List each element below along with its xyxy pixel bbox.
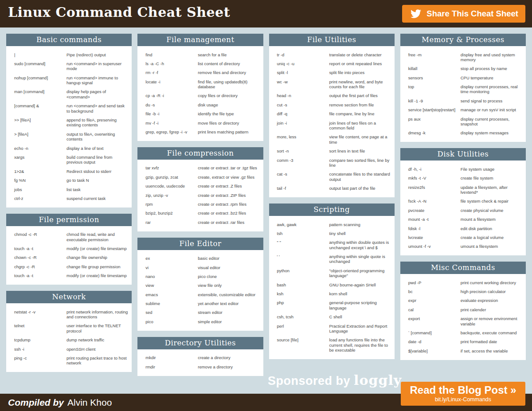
command-name: ps aux [408,117,461,127]
command-row: du -sdisk usage [145,100,259,109]
command-name: touch -a -t [14,273,66,278]
command-row: dmesg -kdisplay system messages [408,129,522,137]
section-body: tr -dtranslate or delete characteruniq -… [269,46,395,197]
column-4: Memory & Processesfree -mdisplay free an… [400,34,526,360]
command-name: xargs [14,155,66,165]
command-row: ssh -iopenSSH client [14,344,128,353]
command-name: umount -f -v [408,244,461,249]
section-body: tar xvfzcreate or extract .tar or .tgz f… [137,160,263,231]
command-description: if set, access the variable [461,348,522,353]
command-row: fg %Ngo to task N [14,176,128,185]
command-name: 1>2& [14,169,66,174]
command-row: telnetuser interface to the TELNET proto… [14,321,128,336]
command-description: File system usage [461,167,522,172]
command-row: perlPractical Extraction and Report Lang… [277,321,391,336]
command-row: tr -dtranslate or delete character [277,50,391,59]
command-name: rmdir [145,364,198,369]
command-description: display help pages of <command> [66,89,128,99]
command-row: nohup [command]run <command> immune to h… [14,73,128,87]
command-name: fdisk -l [408,226,461,231]
command-description: list content of directory [198,61,259,66]
header-bar: Linux Command Cheat Sheet Share This Che… [0,0,532,27]
command-description: remove section from file [329,102,391,107]
cheat-sheet-page: Linux Command Cheat Sheet Share This Che… [0,0,532,411]
column-2: File managementfindsearch for a filels -… [137,34,263,376]
section-title: File management [137,34,263,46]
command-row: exbasic editor [145,254,259,263]
read-blog-button[interactable]: Read the Blog Post » bit.ly/Linux-Comman… [401,382,525,406]
share-button[interactable]: Share This Cheat Sheet [402,5,525,23]
command-description: file compare, line by line [329,111,391,116]
command-row: resize2fsupdate a filesystem, after lvex… [408,183,522,197]
command-row: |Pipe (redirect) output [14,50,128,59]
blog-button-label: Read the Blog Post » [401,384,525,396]
command-name: top [408,84,461,94]
command-row: [command] &run <command> and send task t… [14,102,128,116]
command-name: fsck -A -N [408,199,461,204]
section-title: File Utilities [269,34,395,46]
command-name: fg %N [14,178,66,183]
command-description: display system messages [461,130,522,135]
command-row: date -dprint formatted date [408,337,522,346]
command-description: file system check & repair [461,199,522,204]
command-row: mkfs -t -Vcreate file system [408,174,522,183]
command-row: echo -ndisplay a line of text [14,144,128,153]
command-name: | [14,52,66,57]
page-title: Linux Command Cheat Sheet [8,4,230,20]
share-button-label: Share This Cheat Sheet [426,9,518,19]
command-name: join -i [277,121,329,131]
command-description: compare two sorted files, line by line [329,158,391,168]
section-title: Memory & Processes [400,34,526,46]
command-row: tail -foutput last part of the file [277,184,391,193]
command-description: anything within single quote is unchange… [329,254,391,264]
command-name: sensors [408,75,461,80]
command-name: csh, tcsh [277,314,329,319]
section-file-editor: File Editorexbasic editorvivisual editor… [137,238,263,331]
command-name: ` [command] [408,330,461,335]
command-row: emacsextensible, customizable editor [145,290,259,299]
command-row: vivisual editor [145,263,259,272]
section-body: mkdircreate a directoryrmdirremove a dir… [137,349,263,376]
command-row: cp -a -R -icopy files or directory [145,91,259,100]
command-description: mount a filesystem [461,217,522,222]
command-row: diff -qfile compare, line by line [277,110,391,118]
command-description: create or extract .rar files [198,220,259,225]
command-row: calprint calender [408,305,522,314]
command-description: append to fileA, preserving existing con… [66,117,128,128]
command-name: date -d [408,339,461,344]
section-file-utilities: File Utilitiestr -dtranslate or delete c… [269,34,395,197]
command-name: ssh -i [14,347,66,352]
command-description: edit disk partition [461,226,522,231]
command-description: print current working directory [461,280,522,285]
command-description: create or extract .Z files [198,184,259,188]
command-name: netstat -r -v [14,309,66,320]
command-row: comm -3compare two sorted files, line by… [277,156,391,170]
command-row: nanopico clone [145,272,259,281]
command-row: service [start|stop|restart]manage or ru… [408,106,522,114]
command-row: head -noutput the first part of files [277,91,391,100]
section-misc-commands: Misc Commandspwd -Pprint current working… [400,262,526,360]
command-name: $[variable] [408,348,461,353]
command-name: cut -s [277,102,329,107]
command-name: ex [145,256,198,261]
section-body: awk, gawkpattern scanningtshtiny shell" … [269,216,395,359]
section-scripting: Scriptingawk, gawkpattern scanningtshtin… [269,204,395,359]
command-description: modify (or create) file timestamp [66,273,128,278]
command-row: split -lsplit file into pieces [277,68,391,77]
command-description: output the first part of files [329,93,391,98]
command-description: update a filesystem, after lvextend* [461,185,522,195]
command-description: basic editor [198,256,259,261]
command-name: kill -1 -9 [408,98,461,103]
command-row: uuencode, uudecodecreate or extract .Z f… [145,182,259,191]
command-name: cat -s [277,172,329,182]
twitter-icon [409,8,422,19]
command-description: disk usage [198,102,259,107]
column-1: Basic commands|Pipe (redirect) outputsud… [6,34,132,372]
section-title: Network [6,291,132,303]
command-name: ping -c [14,356,66,366]
command-name: telnet [14,323,66,333]
command-row: rmdirremove a directory [145,362,259,371]
command-description: report or omit repeated lines [329,61,391,66]
command-name: sudo [command] [14,61,66,71]
command-description: create, extract or view .gz files [198,175,259,180]
